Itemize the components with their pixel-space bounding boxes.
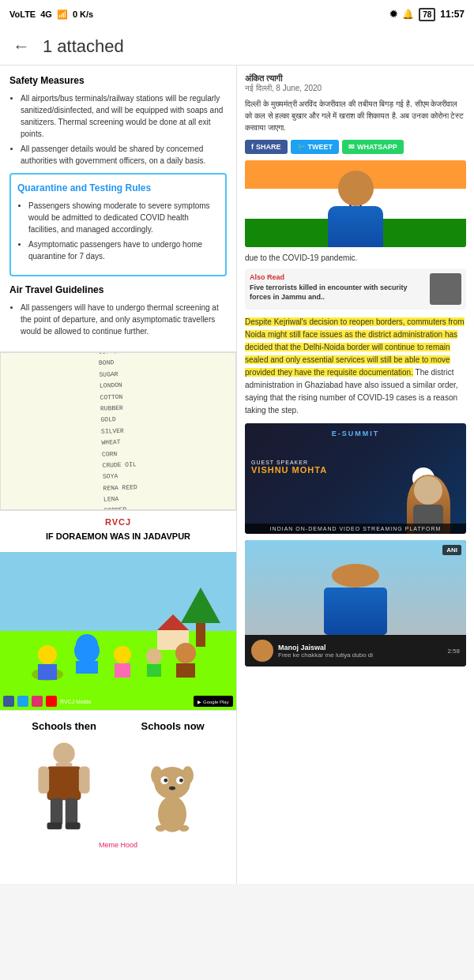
whatsapp-icon: ✉	[348, 143, 355, 151]
svg-rect-14	[47, 766, 81, 800]
person-container	[328, 171, 383, 248]
quarantine-bullets: Passengers showing moderate to severe sy…	[17, 200, 219, 262]
fb-icon-small	[3, 696, 14, 707]
doraemon-scene: RVCJ Media ▶ Google Play	[0, 552, 236, 710]
speaker-name: VISHNU MOHTA	[251, 465, 327, 475]
esummit-bottom-text: INDIAN ON-DEMAND VIDEO STREAMING PLATFOR…	[245, 524, 466, 534]
tw-icon-small	[17, 696, 28, 707]
also-read-title: Five terrorists killed in encounter with…	[250, 283, 425, 302]
author-location: नई दिल्ली, 8 June, 2020	[245, 84, 466, 93]
ani-comment: Free ke chakkar me lutiya dubo di	[278, 651, 442, 659]
rvcj-card: RVCJ IF DORAEMON WAS IN JADAVPUR	[0, 510, 236, 552]
status-bar: VoLTE 4G 📶 0 K/s ✹ 🔔 78 11:57	[0, 0, 474, 28]
svg-rect-20	[65, 823, 80, 830]
svg-point-28	[169, 787, 175, 790]
doge-svg	[141, 764, 204, 835]
network-indicator: 4G	[40, 9, 52, 19]
article-text: दिल्ली के मुख्यमंत्री अरविंद केजरीवाल की…	[245, 98, 466, 133]
facebook-share-button[interactable]: f SHARE	[245, 140, 288, 154]
svg-rect-11	[176, 663, 195, 678]
svg-rect-2	[38, 664, 57, 680]
svg-rect-7	[115, 663, 130, 678]
schools-then-label: Schools then	[32, 720, 96, 732]
also-read-label: Also Read	[250, 273, 425, 281]
svg-point-32	[414, 476, 442, 505]
volte-indicator: VoLTE	[9, 9, 36, 19]
svg-point-4	[76, 634, 98, 656]
ani-body	[324, 588, 387, 635]
esummit-speaker-label: GUEST SPEAKER VISHNU MOHTA	[251, 445, 327, 475]
facebook-share-label: SHARE	[256, 143, 281, 151]
bluetooth-icon: ✹	[389, 9, 397, 20]
signal-icon: 📶	[57, 9, 68, 20]
doge-figure	[141, 764, 204, 835]
facebook-icon: f	[251, 143, 254, 151]
note-content: COFFEE BOND SUGAR LONDON COTTON RUBBER G…	[92, 352, 145, 510]
ani-badge: ANI	[442, 545, 461, 555]
chad-svg	[32, 740, 96, 835]
ani-person-container	[324, 564, 387, 635]
quarantine-bullet-2: Asymptomatic passengers have to undergo …	[28, 238, 219, 262]
safety-bullets: All airports/bus terminals/railway stati…	[9, 92, 227, 167]
handwritten-note-card: COFFEE BOND SUGAR LONDON COTTON RUBBER G…	[0, 352, 236, 510]
news-image-inner	[245, 160, 466, 247]
rvcj-title: IF DORAEMON WAS IN JADAVPUR	[6, 531, 230, 541]
also-read-content: Also Read Five terrorists killed in enco…	[250, 273, 425, 305]
esummit-card[interactable]: E-SUMMIT GUEST SPEAKER VISHNU MOHTA 1 IN…	[245, 423, 466, 534]
quarantine-bullet-1: Passengers showing moderate to severe sy…	[28, 200, 219, 235]
doraemon-scene-card: RVCJ Media ▶ Google Play	[0, 552, 236, 710]
safety-title: Safety Measures	[9, 73, 227, 88]
svg-point-26	[164, 779, 168, 783]
whatsapp-share-label: WHATSAPP	[357, 143, 397, 151]
safety-measures-card: Safety Measures All airports/bus termina…	[0, 66, 236, 352]
svg-point-8	[146, 648, 162, 664]
esummit-bg: E-SUMMIT GUEST SPEAKER VISHNU MOHTA 1 IN…	[245, 423, 466, 534]
schools-header: Schools then Schools now	[9, 720, 227, 732]
bell-icon: 🔔	[402, 9, 414, 20]
main-content: Safety Measures All airports/bus termina…	[0, 66, 474, 884]
whatsapp-share-button[interactable]: ✉ WHATSAPP	[342, 140, 404, 154]
air-travel-bullets: All passengers will have to undergo ther…	[9, 302, 227, 337]
svg-rect-13	[55, 763, 72, 766]
svg-rect-15	[38, 766, 49, 793]
svg-point-10	[175, 643, 196, 663]
twitter-share-label: TWEET	[308, 143, 333, 151]
also-read-section[interactable]: Also Read Five terrorists killed in enco…	[245, 268, 466, 310]
chad-figure	[32, 740, 96, 835]
ani-video-card[interactable]: ANI Manoj Jaiswal Free ke chakkar me lut…	[245, 540, 466, 666]
ani-user-info: Manoj Jaiswal Free ke chakkar me lutiya …	[278, 644, 442, 659]
quarantine-title: Quarantine and Testing Rules	[17, 181, 219, 195]
google-play-badge: ▶ Google Play	[194, 696, 233, 707]
schools-now-label: Schools now	[141, 720, 205, 732]
right-column: अंकित त्यागी नई दिल्ली, 8 June, 2020 दिल…	[237, 66, 474, 884]
ani-video-bg: ANI	[245, 540, 466, 635]
back-button[interactable]: ←	[13, 36, 30, 57]
yt-icon-small	[46, 696, 57, 707]
highlighted-paragraph: Despite Kejriwal's decision to reopen bo…	[245, 316, 466, 417]
person-body	[328, 206, 383, 248]
safety-bullet-2: All passenger details would be shared by…	[21, 143, 227, 167]
svg-point-31	[179, 825, 189, 832]
covid-text: due to the COVID-19 pandemic.	[245, 253, 466, 262]
time-display: 11:57	[440, 9, 465, 20]
svg-point-27	[179, 779, 183, 783]
ani-head	[332, 564, 379, 588]
schools-images	[9, 740, 227, 835]
status-left: VoLTE 4G 📶 0 K/s	[9, 9, 93, 20]
svg-rect-19	[47, 823, 62, 830]
meme-logo: Meme Hood	[9, 841, 227, 849]
ig-icon-small	[32, 696, 43, 707]
svg-rect-16	[79, 766, 90, 793]
data-speed: 0 K/s	[73, 9, 93, 19]
ani-avatar	[251, 640, 273, 662]
rvcj-logo: RVCJ	[6, 517, 230, 527]
esummit-logo: E-SUMMIT	[245, 430, 466, 437]
news-image-card	[245, 160, 466, 247]
author-info: अंकित त्यागी नई दिल्ली, 8 June, 2020	[245, 73, 466, 93]
air-travel-bullet-1: All passengers will have to undergo ther…	[21, 302, 227, 337]
doraemon-characters	[0, 552, 236, 710]
safety-bullet-1: All airports/bus terminals/railway stati…	[21, 92, 227, 140]
share-buttons-row: f SHARE 🐦 TWEET ✉ WHATSAPP	[245, 140, 466, 154]
svg-rect-5	[76, 661, 98, 674]
twitter-share-button[interactable]: 🐦 TWEET	[291, 140, 340, 154]
